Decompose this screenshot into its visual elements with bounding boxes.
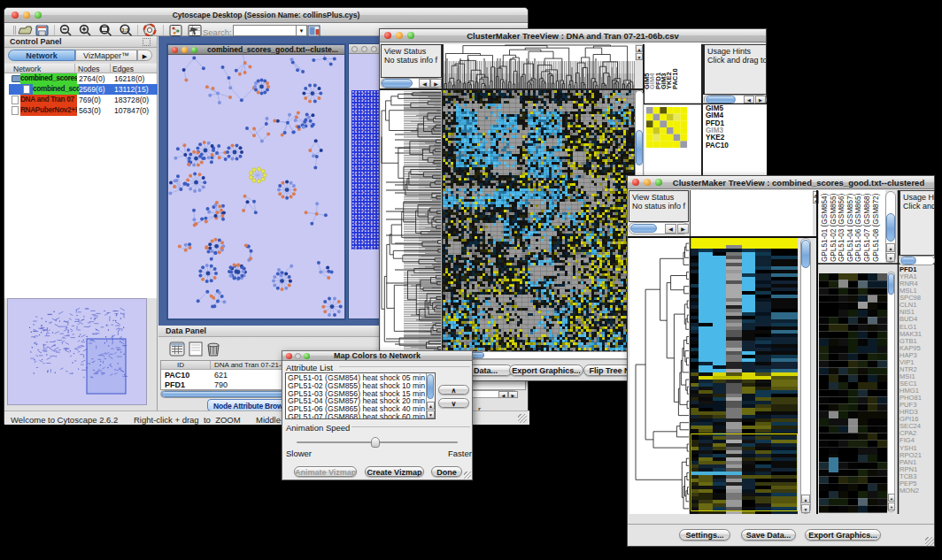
svg-text:GPL51-08 (GSM872): GPL51-08 (GSM872) xyxy=(872,193,880,262)
svg-text:GPL51-02 (GSM855): GPL51-02 (GSM855) xyxy=(830,193,838,262)
svg-text:GPL51-06 (GSM865): GPL51-06 (GSM865) xyxy=(854,193,862,262)
svg-text:PAC10: PAC10 xyxy=(706,142,729,150)
svg-text:PAC10: PAC10 xyxy=(671,68,679,89)
svg-text:GPL51-01 (GSM854): GPL51-01 (GSM854) xyxy=(821,193,829,262)
svg-text:GPL51-07 (GSM868): GPL51-07 (GSM868) xyxy=(863,193,871,262)
svg-text:MON2: MON2 xyxy=(900,487,919,495)
svg-text:GPL51-03 (GSM856): GPL51-03 (GSM856) xyxy=(838,193,845,262)
svg-text:GPL51-04 (GSM857): GPL51-04 (GSM857) xyxy=(846,193,854,262)
svg-text:1:1: 1:1 xyxy=(122,27,129,33)
